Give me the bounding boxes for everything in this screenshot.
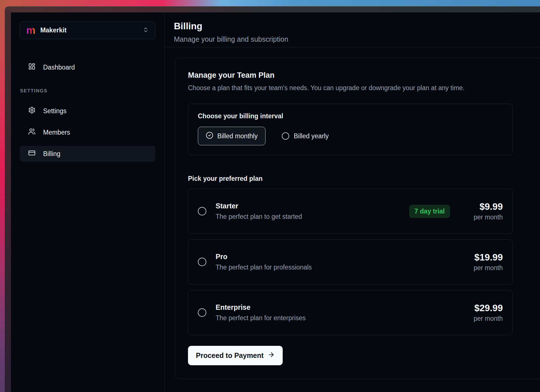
interval-option-label: Billed yearly [294, 132, 329, 140]
plan-right: 7 day trial $9.99 per month [409, 201, 503, 221]
plan-info: Pro The perfect plan for professionals [216, 253, 312, 271]
proceed-to-payment-button[interactable]: Proceed to Payment [188, 346, 283, 365]
plan-right: $19.99 per month [465, 252, 503, 272]
radio-unchecked-icon[interactable] [198, 308, 206, 317]
arrow-right-icon [268, 351, 275, 360]
page-title: Billing [174, 21, 540, 32]
interval-option-yearly[interactable]: Billed yearly [282, 132, 329, 140]
sidebar-item-label: Dashboard [43, 64, 75, 71]
billing-interval-label: Choose your billing interval [198, 112, 503, 120]
sidebar-item-dashboard[interactable]: Dashboard [20, 59, 155, 75]
sidebar-item-label: Settings [43, 107, 67, 115]
team-plan-title: Manage your Team Plan [188, 71, 537, 80]
sidebar-item-settings[interactable]: Settings [20, 103, 155, 119]
plan-price-col: $29.99 per month [465, 303, 503, 322]
plan-description: The perfect plan for enterprises [216, 314, 306, 322]
plan-price: $29.99 [465, 303, 503, 313]
page-body: Manage your Team Plan Choose a plan that… [165, 47, 540, 392]
sidebar-item-billing[interactable]: Billing [20, 146, 155, 162]
proceed-to-payment-label: Proceed to Payment [196, 351, 264, 360]
radio-unchecked-icon [282, 132, 289, 140]
radio-unchecked-icon[interactable] [198, 207, 206, 215]
plan-description: The perfect plan to get started [216, 213, 302, 220]
users-icon [28, 128, 36, 137]
app-window: m Makerkit Dashboard SETTINGS [11, 12, 540, 392]
plan-price: $19.99 [465, 252, 503, 263]
pick-plan-label: Pick your preferred plan [188, 175, 537, 182]
dashboard-icon [28, 63, 36, 72]
plan-period: per month [465, 213, 503, 221]
circle-check-icon [206, 132, 213, 141]
plan-name: Starter [216, 202, 302, 210]
chevrons-up-down-icon [143, 27, 149, 34]
interval-option-monthly[interactable]: Billed monthly [198, 127, 265, 145]
plan-card-pro[interactable]: Pro The perfect plan for professionals $… [188, 239, 513, 284]
team-selector[interactable]: m Makerkit [20, 21, 155, 39]
makerkit-logo-icon: m [26, 25, 36, 35]
page-subtitle: Manage your billing and subscription [174, 35, 540, 43]
interval-option-label: Billed monthly [217, 132, 258, 140]
page-header: Billing Manage your billing and subscrip… [165, 12, 540, 47]
plan-price-col: $19.99 per month [465, 252, 503, 272]
window-edge-top [5, 6, 540, 12]
plan-period: per month [465, 315, 503, 322]
credit-card-icon [28, 149, 36, 158]
window-edge-left [5, 10, 11, 392]
plan-name: Pro [216, 253, 312, 261]
sidebar-section-settings-label: SETTINGS [20, 88, 155, 94]
gear-icon [28, 106, 36, 115]
plan-info: Starter The perfect plan to get started [216, 202, 302, 220]
plan-card-starter[interactable]: Starter The perfect plan to get started … [188, 189, 513, 234]
plan-period: per month [465, 264, 503, 272]
team-plan-card: Manage your Team Plan Choose a plan that… [175, 58, 540, 379]
sidebar-item-members[interactable]: Members [20, 124, 155, 140]
plan-card-enterprise[interactable]: Enterprise The perfect plan for enterpri… [188, 290, 513, 335]
plan-right: $29.99 per month [465, 303, 503, 322]
billing-interval-box: Choose your billing interval Billed mont… [188, 104, 513, 155]
team-name: Makerkit [40, 26, 67, 34]
sidebar-settings-group: Settings Members [20, 103, 155, 162]
sidebar-item-label: Billing [43, 150, 60, 158]
plan-name: Enterprise [216, 303, 306, 311]
trial-badge: 7 day trial [409, 205, 450, 218]
team-plan-description: Choose a plan that fits your team's need… [188, 84, 537, 92]
plan-price: $9.99 [465, 201, 503, 212]
radio-unchecked-icon[interactable] [198, 258, 206, 266]
plan-description: The perfect plan for professionals [216, 264, 312, 271]
plan-info: Enterprise The perfect plan for enterpri… [216, 303, 306, 322]
sidebar-item-label: Members [43, 129, 70, 136]
billing-interval-options: Billed monthly Billed yearly [198, 127, 503, 145]
main-content: Billing Manage your billing and subscrip… [165, 12, 540, 392]
plan-price-col: $9.99 per month [465, 201, 503, 221]
sidebar: m Makerkit Dashboard SETTINGS [11, 12, 165, 392]
plan-list: Starter The perfect plan to get started … [188, 189, 537, 335]
